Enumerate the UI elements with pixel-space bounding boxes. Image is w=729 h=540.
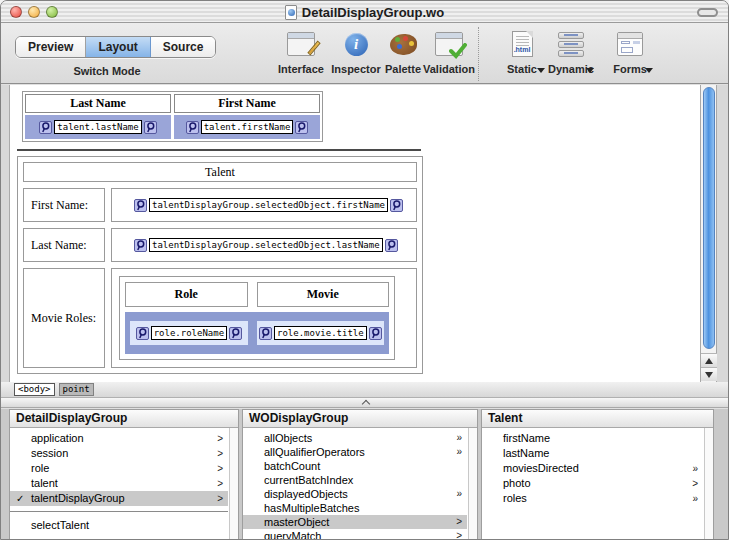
browser-item-photo[interactable]: photo> [482, 476, 703, 491]
wotextfield-last-name[interactable]: talentDisplayGroup.selectedObject.lastNa… [111, 228, 417, 262]
browser-item-roles[interactable]: roles» [482, 491, 703, 506]
form-title-cell: Talent [23, 162, 417, 182]
title-bar[interactable]: DetailDisplayGroup.wo [1, 1, 728, 23]
down-arrow-icon [705, 372, 713, 378]
chevron-right-icon: > [217, 476, 223, 491]
binding-value[interactable]: talentDisplayGroup.selectedObject.lastNa… [149, 238, 383, 252]
forms-elements-button[interactable]: Forms [593, 28, 667, 75]
binding-loupe-icon[interactable] [295, 121, 308, 134]
toolbar: Preview Layout Source Switch Mode Interf… [1, 23, 728, 84]
browser-item-moviesdirected[interactable]: moviesDirected» [482, 461, 703, 476]
browser-item-currentbatchindex[interactable]: currentBatchIndex [243, 473, 467, 487]
browser-item-querymatch[interactable]: queryMatch> [243, 529, 467, 539]
switch-mode-segmented-control: Preview Layout Source [15, 36, 216, 58]
form-row-first-name: First Name: talentDisplayGroup.selectedO… [23, 188, 417, 222]
mode-layout-button[interactable]: Layout [86, 37, 150, 57]
scrollbar-thumb[interactable] [703, 87, 715, 349]
binding-loupe-icon[interactable] [144, 121, 157, 134]
chevron-right-icon: > [217, 446, 223, 461]
binding-loupe-icon[interactable] [134, 239, 147, 252]
toolbar-toggle-button[interactable] [697, 8, 718, 17]
browser-item-allobjects[interactable]: allObjects» [243, 431, 467, 445]
wotextfield-first-name[interactable]: talentDisplayGroup.selectedObject.firstN… [111, 188, 417, 222]
mode-source-button[interactable]: Source [151, 37, 216, 57]
browser-item-talentdisplaygroup[interactable]: ✓ talentDisplayGroup> [10, 491, 228, 506]
column-header-movie: Movie [257, 282, 389, 307]
movie-roles-table[interactable]: Role Movie role.roleName [119, 276, 395, 360]
browser-item-firstname[interactable]: firstName [482, 431, 703, 446]
form-row-last-name: Last Name: talentDisplayGroup.selectedOb… [23, 228, 417, 262]
double-chevron-icon: » [456, 431, 462, 445]
binding-loupe-icon[interactable] [390, 199, 403, 212]
validation-button[interactable]: Validation [412, 28, 486, 75]
column-scrollbar-track[interactable] [704, 428, 713, 539]
scroll-up-button[interactable] [701, 353, 717, 367]
chevron-right-icon: > [217, 491, 223, 506]
pane-splitter[interactable] [1, 398, 728, 408]
webobjects-builder-window: DetailDisplayGroup.wo Preview Layout Sou… [0, 0, 729, 540]
inspector-icon: i [345, 33, 368, 56]
column-header-last-name: Last Name [25, 94, 171, 113]
validation-icon [435, 32, 463, 56]
browser-item-batchcount[interactable]: batchCount [243, 459, 467, 473]
binding-value[interactable]: talent.lastName [54, 120, 141, 134]
browser-item-role[interactable]: role> [10, 461, 228, 476]
browser-item-selecttalent[interactable]: selectTalent [10, 518, 228, 533]
browser-item-lastname[interactable]: lastName [482, 446, 703, 461]
first-name-label: First Name: [23, 188, 105, 222]
interface-icon [287, 32, 315, 56]
layout-canvas: Last Name First Name talent.lastName tal… [1, 85, 728, 382]
binding-value[interactable]: talent.firstName [201, 120, 294, 134]
binding-loupe-icon[interactable] [39, 121, 52, 134]
browser-item-displayedobjects[interactable]: displayedObjects» [243, 487, 467, 501]
binding-loupe-icon[interactable] [369, 327, 382, 340]
binding-loupe-icon[interactable] [186, 121, 199, 134]
column-scrollbar-track[interactable] [229, 428, 238, 539]
browser-item-allqualifieroperators[interactable]: allQualifierOperators» [243, 445, 467, 459]
column-scrollbar-track[interactable] [468, 428, 477, 539]
binding-loupe-icon[interactable] [134, 199, 147, 212]
browser-item-hasmultiplebatches[interactable]: hasMultipleBatches [243, 501, 467, 515]
binding-loupe-icon[interactable] [259, 327, 272, 340]
binding-value[interactable]: role.movie.title [274, 326, 367, 340]
wostring-role-movie-title[interactable]: role.movie.title [257, 321, 384, 345]
static-html-icon: .html [512, 31, 533, 57]
worepetition-row[interactable]: role.roleName role.movie.title [125, 312, 389, 354]
browser-item-application[interactable]: application> [10, 431, 228, 446]
path-tag-point[interactable]: point [59, 383, 94, 396]
browser-item-session[interactable]: session> [10, 446, 228, 461]
forms-dropdown-icon [645, 68, 653, 73]
binding-value[interactable]: talentDisplayGroup.selectedObject.firstN… [149, 198, 388, 212]
vertical-scrollbar[interactable] [700, 85, 717, 382]
binding-loupe-icon[interactable] [385, 239, 398, 252]
bindings-browser: DetailDisplayGroup application> session>… [1, 409, 728, 539]
document-icon [285, 5, 297, 20]
double-chevron-icon: » [456, 487, 462, 501]
chevron-right-icon: > [217, 461, 223, 476]
mode-preview-button[interactable]: Preview [16, 37, 86, 57]
wostring-talent-lastname[interactable]: talent.lastName [25, 115, 171, 139]
binding-loupe-icon[interactable] [229, 327, 242, 340]
minimize-button[interactable] [28, 6, 40, 18]
scroll-down-button[interactable] [701, 367, 717, 381]
zoom-button[interactable] [46, 6, 58, 18]
chevron-right-icon: > [692, 476, 698, 491]
binding-loupe-icon[interactable] [136, 327, 149, 340]
dynamic-icon [558, 32, 584, 57]
wostring-talent-firstname[interactable]: talent.firstName [174, 115, 320, 139]
form-row-movie-roles: Movie Roles: Role Movie role.roleName [23, 268, 417, 368]
browser-item-masterobject[interactable]: masterObject> [243, 515, 467, 529]
browser-item-talent[interactable]: talent> [10, 476, 228, 491]
talent-detail-form-table[interactable]: Talent First Name: talentDisplayGroup.se… [17, 156, 423, 374]
browser-column-wodisplaygroup: WODisplayGroup allObjects» allQualifierO… [242, 409, 478, 539]
element-path-bar: <body> point [1, 382, 728, 398]
close-button[interactable] [10, 6, 22, 18]
wostring-role-rolename[interactable]: role.roleName [130, 321, 248, 345]
binding-value[interactable]: role.roleName [151, 326, 227, 340]
talent-list-table[interactable]: Last Name First Name talent.lastName tal… [22, 91, 323, 142]
browser-column-talent: Talent firstName lastName moviesDirected… [481, 409, 714, 539]
path-tag-body[interactable]: <body> [14, 383, 55, 396]
document-editing-area[interactable]: Last Name First Name talent.lastName tal… [9, 85, 700, 382]
column-header-role: Role [125, 282, 248, 307]
chevron-right-icon: > [456, 529, 462, 539]
